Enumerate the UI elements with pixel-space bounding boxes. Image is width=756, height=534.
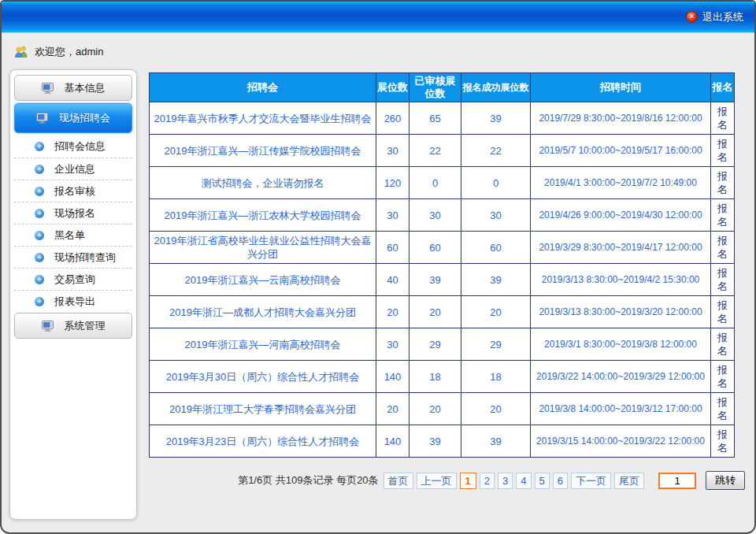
sidebar-subitem[interactable]: 现场报名 [14, 202, 132, 224]
prev-page-button[interactable]: 上一页 [417, 473, 457, 489]
success-count-cell: 39 [461, 264, 531, 296]
column-header: 报名成功展位数 [461, 73, 531, 102]
page-number[interactable]: 4 [516, 473, 531, 489]
sidebar-button-label: 现场招聘会 [59, 111, 110, 125]
register-link[interactable]: 报名 [717, 396, 728, 421]
page-jump-input[interactable] [658, 473, 696, 489]
sidebar-subitem[interactable]: 报名审核 [14, 180, 132, 202]
fair-time-cell: 2019/5/7 10:00:00~2019/5/17 16:00:00 [531, 135, 711, 167]
page-number[interactable]: 2 [480, 473, 495, 489]
plus-circle-icon [35, 209, 44, 218]
sidebar-subitem[interactable]: 现场招聘查询 [14, 246, 132, 268]
register-link[interactable]: 报名 [717, 332, 728, 357]
plus-circle-icon [35, 142, 44, 151]
logout-label: 退出系统 [702, 10, 743, 24]
sidebar-subitem[interactable]: 企业信息 [14, 158, 132, 180]
last-page-button[interactable]: 尾页 [614, 473, 644, 489]
sidebar-section-button[interactable]: 现场招聘会 [14, 103, 132, 133]
pagination-summary: 第1/6页 共109条记录 每页20条 [238, 473, 378, 488]
column-header: 已审核展位数 [410, 73, 461, 102]
plus-circle-icon [35, 275, 44, 284]
fair-name-cell: 2019年3月23日（周六）综合性人才招聘会 [150, 425, 376, 458]
action-cell: 报名 [711, 296, 735, 328]
success-count-cell: 30 [461, 199, 531, 232]
booth-count-cell: 30 [376, 135, 410, 167]
page-number[interactable]: 3 [498, 473, 513, 489]
register-link[interactable]: 报名 [717, 106, 728, 131]
table-row: 2019年3月30日（周六）综合性人才招聘会 140 18 18 2019/3/… [150, 361, 735, 393]
action-cell: 报名 [711, 425, 735, 458]
register-link[interactable]: 报名 [717, 364, 728, 389]
welcome-text: 欢迎您，admin [35, 45, 103, 59]
success-count-cell: 20 [461, 393, 531, 425]
table-row: 2019年嘉兴市秋季人才交流大会暨毕业生招聘会 260 65 39 2019/7… [150, 102, 735, 135]
fair-time-cell: 2019/4/26 9:00:00~2019/4/30 12:00:00 [531, 199, 711, 232]
column-header: 招聘会 [150, 73, 376, 102]
fair-name-cell: 2019年浙江嘉兴—浙江传媒学院校园招聘会 [150, 135, 376, 167]
table-body: 2019年嘉兴市秋季人才交流大会暨毕业生招聘会 260 65 39 2019/7… [150, 102, 735, 458]
sidebar-subitem[interactable]: 黑名单 [14, 224, 132, 246]
register-link[interactable]: 报名 [717, 138, 728, 163]
first-page-button[interactable]: 首页 [384, 473, 413, 489]
approved-count-cell: 29 [410, 328, 461, 361]
sidebar-button-label: 系统管理 [65, 319, 106, 333]
table-header-row: 招聘会展位数已审核展位数报名成功展位数招聘时间报名 [150, 73, 735, 102]
monitor-icon [36, 113, 49, 124]
page-number[interactable]: 5 [535, 473, 550, 489]
booth-count-cell: 140 [376, 425, 410, 458]
page-number-list: 123456 [460, 473, 568, 489]
next-page-button[interactable]: 下一页 [571, 473, 611, 489]
sidebar-subitem[interactable]: 招聘会信息 [14, 135, 132, 158]
job-fair-table: 招聘会展位数已审核展位数报名成功展位数招聘时间报名 2019年嘉兴市秋季人才交流… [149, 72, 735, 458]
fair-name-cell: 2019年浙江省高校毕业生就业公益性招聘大会嘉兴分团 [150, 232, 376, 264]
page-number[interactable]: 6 [553, 473, 568, 489]
jump-button[interactable]: 跳转 [706, 471, 745, 490]
sidebar-subitem[interactable]: 报表导出 [14, 290, 132, 312]
register-link[interactable]: 报名 [717, 235, 728, 260]
approved-count-cell: 20 [410, 393, 461, 425]
column-header: 招聘时间 [531, 73, 711, 102]
fair-name-cell: 测试招聘会，企业请勿报名 [150, 167, 376, 199]
approved-count-cell: 0 [410, 167, 461, 199]
fair-name-cell: 2019年3月30日（周六）综合性人才招聘会 [150, 361, 376, 393]
logout-icon [686, 11, 698, 23]
plus-circle-icon [35, 297, 44, 306]
users-icon [14, 45, 29, 57]
sidebar: 基本信息 现场招聘会 招聘会信息 企业信息 报名审核 现场报名 黑名单 现场招聘… [9, 69, 137, 520]
fair-name-cell: 2019年浙江嘉兴—浙江农林大学校园招聘会 [150, 199, 376, 232]
sidebar-section-button[interactable]: 系统管理 [14, 313, 132, 339]
register-link[interactable]: 报名 [717, 299, 728, 324]
logout-button[interactable]: 退出系统 [686, 10, 743, 24]
register-link[interactable]: 报名 [717, 170, 728, 195]
register-link[interactable]: 报名 [717, 267, 728, 292]
page-number-current[interactable]: 1 [460, 473, 476, 489]
booth-count-cell: 140 [376, 361, 410, 393]
plus-circle-icon [35, 165, 44, 174]
action-cell: 报名 [711, 102, 735, 135]
approved-count-cell: 22 [410, 135, 461, 167]
fair-time-cell: 2019/4/1 3:00:00~2019/7/2 10:49:00 [531, 167, 711, 199]
sidebar-subitem-label: 报表导出 [54, 295, 95, 309]
approved-count-cell: 65 [410, 102, 461, 135]
action-cell: 报名 [711, 264, 735, 296]
booth-count-cell: 40 [376, 264, 410, 296]
approved-count-cell: 39 [410, 425, 461, 458]
booth-count-cell: 120 [376, 167, 410, 199]
action-cell: 报名 [711, 328, 735, 361]
register-link[interactable]: 报名 [717, 202, 728, 228]
sidebar-button-label: 基本信息 [65, 81, 106, 95]
monitor-icon [42, 321, 54, 332]
booth-count-cell: 60 [376, 232, 410, 264]
fair-name-cell: 2019年浙江嘉兴—河南高校招聘会 [150, 328, 376, 361]
register-link[interactable]: 报名 [717, 428, 728, 454]
booth-count-cell: 30 [376, 199, 410, 232]
fair-name-cell: 2019年浙江理工大学春季招聘会嘉兴分团 [150, 393, 376, 425]
plus-circle-icon [35, 187, 44, 196]
sidebar-subitem-label: 现场报名 [54, 206, 95, 221]
column-header: 报名 [711, 73, 735, 102]
sidebar-subitem[interactable]: 交易查询 [14, 268, 132, 290]
column-header: 展位数 [376, 73, 410, 102]
monitor-icon [42, 83, 54, 94]
sidebar-subitem-label: 现场招聘查询 [54, 250, 116, 265]
sidebar-section-button[interactable]: 基本信息 [14, 75, 132, 101]
